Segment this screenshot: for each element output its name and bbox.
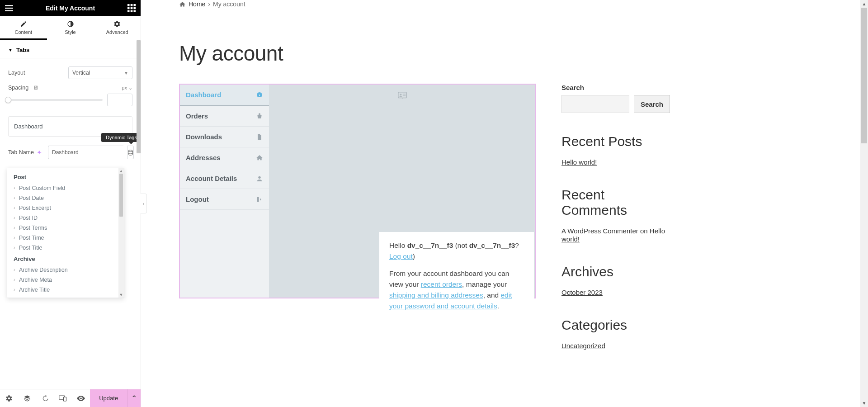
account-nav-details[interactable]: Account Details (180, 168, 269, 189)
panel-scroll-thumb[interactable] (137, 40, 141, 153)
recent-posts-block: Recent Posts Hello world! (561, 134, 670, 166)
footer-preview-button[interactable] (72, 389, 90, 407)
dropdown-scrollbar[interactable]: ▲ ▼ (118, 168, 124, 298)
breadcrumb-home[interactable]: Home (189, 0, 205, 8)
repeater-item-label: Dashboard (14, 123, 43, 130)
account-nav-downloads[interactable]: Downloads (180, 127, 269, 147)
comment-author-link[interactable]: A WordPress Commenter (561, 227, 638, 235)
dd-item[interactable]: Post Title (7, 243, 118, 253)
logout-link[interactable]: Log out (389, 252, 413, 260)
tab-content[interactable]: Content (0, 16, 47, 40)
scroll-up-icon[interactable]: ▲ (860, 0, 868, 8)
dd-item[interactable]: Archive Description (7, 265, 118, 275)
dd-item[interactable]: Post Date (7, 193, 118, 203)
search-input[interactable] (561, 95, 629, 113)
search-button-label: Search (641, 100, 663, 108)
update-options-button[interactable]: ⌃ (127, 389, 141, 407)
unit-select[interactable]: px ⌄ (122, 85, 132, 91)
svg-rect-10 (131, 10, 133, 12)
scroll-up-icon[interactable]: ▲ (118, 168, 124, 174)
editor-controls-section: ▼ Tabs Layout Vertical ▼ Spacing 🖥 px ⌄ (0, 40, 141, 389)
svg-rect-5 (134, 4, 136, 6)
footer-responsive-button[interactable] (54, 389, 72, 407)
breadcrumb-current: My account (213, 0, 245, 8)
elements-grid-button[interactable] (125, 2, 138, 14)
nav-label: Dashboard (186, 91, 221, 99)
svg-rect-11 (134, 10, 136, 12)
logout-icon (256, 196, 263, 203)
categories-heading: Categories (561, 317, 670, 333)
scroll-down-icon[interactable]: ▼ (118, 292, 124, 298)
breadcrumb-sep: › (208, 0, 210, 8)
responsive-device-icon[interactable]: 🖥 (33, 85, 38, 91)
dd-item[interactable]: Post Excerpt (7, 203, 118, 213)
hamburger-menu[interactable] (3, 2, 15, 14)
id-card-icon (397, 90, 407, 100)
username: dv_c__7n__f3 (407, 241, 453, 249)
svg-point-19 (400, 94, 401, 95)
ai-sparkle-icon[interactable]: ✦ (37, 149, 42, 156)
account-nav-logout[interactable]: Logout (180, 189, 269, 210)
dd-item[interactable]: Post Terms (7, 223, 118, 233)
tab-name-input[interactable] (48, 146, 123, 159)
slider-thumb[interactable] (5, 97, 11, 103)
footer-navigator-button[interactable] (18, 389, 36, 407)
field-tab-name: Dynamic Tags Tab Name ✦ (0, 141, 141, 159)
tab-style[interactable]: Style (47, 16, 94, 40)
page-scrollbar[interactable]: ▲ ▼ (860, 0, 868, 407)
basket-icon (256, 113, 263, 120)
comment-on-text: on (638, 227, 650, 235)
editor-footer: Update ⌃ (0, 389, 141, 407)
breadcrumb: Home › My account (179, 0, 830, 8)
search-label: Search (561, 84, 670, 91)
control-layout: Layout Vertical ▼ (0, 64, 141, 82)
update-button[interactable]: Update (90, 389, 127, 407)
preview-canvas: Home › My account My account Dashboard O… (141, 0, 868, 407)
editor-mode-tabs: Content Style Advanced (0, 16, 141, 40)
svg-rect-2 (5, 10, 13, 11)
recent-comments-block: Recent Comments A WordPress Commenter on… (561, 187, 670, 243)
recent-orders-link[interactable]: recent orders (421, 280, 462, 288)
nav-label: Orders (186, 112, 208, 120)
dynamic-tags-button[interactable] (127, 146, 134, 159)
panel-scrollbar[interactable] (137, 40, 141, 389)
editor-panel: Edit My Account Content Style Advanced ▼… (0, 0, 141, 407)
dd-item[interactable]: Post Time (7, 233, 118, 243)
panel-collapse-handle[interactable]: ‹ (141, 194, 147, 213)
scroll-thumb[interactable] (119, 174, 123, 217)
dd-item[interactable]: Archive Title (7, 285, 118, 295)
tab-content-label: Content (15, 29, 33, 35)
scroll-thumb[interactable] (861, 8, 867, 143)
dd-item[interactable]: Post Custom Field (7, 183, 118, 193)
archive-link[interactable]: October 2023 (561, 289, 603, 296)
footer-settings-button[interactable] (0, 389, 18, 407)
account-nav-orders[interactable]: Orders (180, 106, 269, 127)
account-nav-addresses[interactable]: Addresses (180, 147, 269, 168)
layout-select[interactable]: Vertical ▼ (68, 66, 132, 79)
svg-rect-1 (5, 7, 13, 8)
dd-item[interactable]: Archive Meta (7, 275, 118, 285)
dd-item[interactable]: Post ID (7, 213, 118, 223)
category-link[interactable]: Uncategorized (561, 342, 605, 350)
spacing-value-input[interactable] (107, 94, 132, 106)
svg-rect-8 (134, 7, 136, 9)
nav-label: Logout (186, 195, 209, 203)
my-account-widget[interactable]: Dashboard Orders Downloads Addresses (179, 84, 536, 298)
spacing-slider[interactable] (8, 99, 103, 101)
greet-pre: Hello (389, 241, 407, 249)
svg-rect-15 (64, 397, 66, 401)
section-toggle-tabs[interactable]: ▼ Tabs (0, 44, 141, 58)
footer-history-button[interactable] (36, 389, 54, 407)
scroll-down-icon[interactable]: ▼ (860, 399, 868, 407)
archives-heading: Archives (561, 264, 670, 279)
recent-post-link[interactable]: Hello world! (561, 158, 597, 166)
update-button-label: Update (99, 395, 118, 402)
p2b: , manage your (462, 280, 507, 288)
addresses-link[interactable]: shipping and billing addresses (389, 291, 483, 299)
tab-advanced[interactable]: Advanced (94, 16, 141, 40)
account-nav: Dashboard Orders Downloads Addresses (180, 85, 269, 298)
unit-value: px (122, 85, 127, 90)
search-block: Search Search (561, 84, 670, 113)
search-button[interactable]: Search (634, 95, 670, 113)
account-nav-dashboard[interactable]: Dashboard (180, 85, 269, 106)
